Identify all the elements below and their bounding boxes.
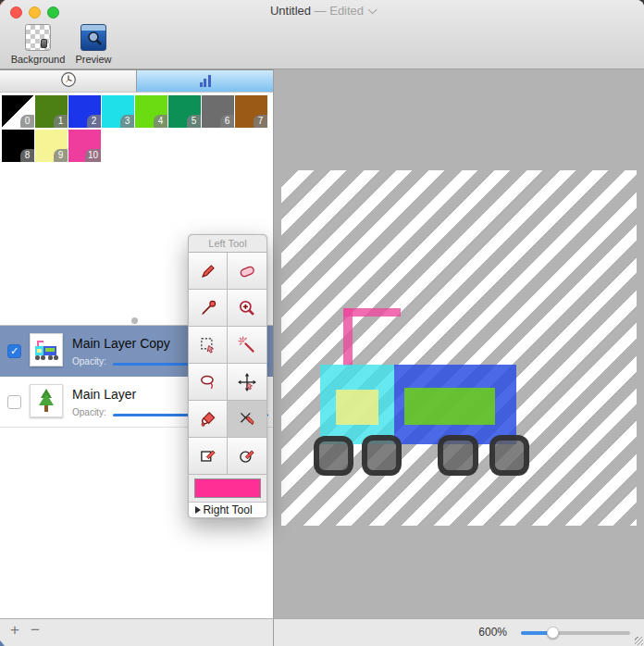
select-rect-tool[interactable]	[189, 327, 228, 364]
preview-icon	[80, 24, 106, 51]
color-swatch-2[interactable]: 2	[68, 95, 101, 128]
opacity-label: Opacity:	[72, 356, 106, 366]
magic-wand-tool[interactable]	[228, 327, 266, 364]
swatch-index-badge: 1	[54, 115, 68, 128]
color-well-section	[189, 475, 266, 502]
train-antenna-vertical	[343, 308, 353, 366]
preview-label: Preview	[75, 54, 111, 65]
background-label: Background	[11, 54, 66, 65]
canvas-pane[interactable]	[274, 69, 644, 618]
layer-visibility-checkbox[interactable]	[7, 344, 21, 358]
window-resize-grip[interactable]	[635, 637, 643, 645]
titlebar-toolbar: Untitled — Edited Background Preview	[0, 0, 644, 69]
color-swatch-1[interactable]: 1	[35, 95, 68, 128]
swatch-index-badge: 0	[20, 115, 34, 128]
move-tool[interactable]	[228, 364, 266, 401]
layer-visibility-checkbox[interactable]	[7, 395, 21, 409]
color-swatch-7[interactable]: 7	[235, 95, 267, 128]
swatch-index-badge: 5	[187, 115, 201, 128]
panel-tab-bar	[0, 69, 273, 93]
ellipse-shape-tool[interactable]	[228, 438, 266, 475]
bar-chart-icon	[200, 75, 211, 87]
line-icon	[237, 409, 257, 429]
color-swatch-8[interactable]: 8	[2, 130, 34, 162]
magic-wand-icon	[237, 335, 257, 355]
zoom-slider[interactable]	[521, 631, 630, 635]
clock-icon	[60, 71, 77, 92]
train-body-window	[404, 388, 495, 425]
color-swatch-5[interactable]: 5	[168, 95, 201, 128]
eraser-tool[interactable]	[228, 253, 266, 290]
disclosure-triangle-icon	[195, 506, 201, 514]
pixel-artwork[interactable]	[281, 170, 637, 526]
color-swatch-3[interactable]: 3	[102, 95, 134, 128]
train-wheel-1	[314, 436, 353, 476]
lasso-tool[interactable]	[189, 364, 228, 401]
background-toolbar-button[interactable]: Background	[7, 24, 68, 65]
lasso-icon	[198, 372, 218, 392]
zoom-footer: 600%	[274, 619, 644, 646]
left-panel: 012345678910 Main Layer	[0, 69, 274, 618]
zoom-level-label: 600%	[478, 626, 507, 639]
eyedropper-icon	[198, 298, 218, 318]
remove-layer-button[interactable]: −	[26, 621, 44, 640]
rect-shape-tool[interactable]	[189, 438, 228, 475]
move-icon	[237, 372, 257, 392]
chevron-down-icon[interactable]	[368, 5, 378, 14]
eraser-icon	[237, 261, 257, 281]
layer-list-footer: + −	[0, 619, 274, 646]
swatch-index-badge: 7	[254, 115, 267, 128]
preview-toolbar-button[interactable]: Preview	[70, 24, 117, 65]
swatch-index-badge: 10	[85, 149, 101, 162]
train-wheel-3	[438, 435, 478, 476]
color-swatch-4[interactable]: 4	[135, 95, 167, 128]
window-title: Untitled — Edited	[0, 4, 644, 18]
current-color-well[interactable]	[194, 478, 261, 498]
train-wheel-2	[362, 435, 402, 476]
color-swatch-0[interactable]: 0	[2, 95, 34, 128]
layer-name: Main Layer Copy	[72, 336, 170, 351]
swatch-index-badge: 2	[87, 115, 101, 128]
rectangle-icon	[198, 446, 218, 466]
train-cab-window	[336, 390, 378, 425]
zoom-tool[interactable]	[228, 290, 266, 327]
layer-name: Main Layer	[72, 387, 136, 402]
layer-thumbnail-train	[30, 333, 63, 366]
tool-grid	[189, 252, 266, 475]
rect-select-icon	[198, 335, 218, 355]
swatch-index-badge: 4	[154, 115, 167, 128]
splitter-handle[interactable]	[131, 317, 138, 324]
right-tool-label: Right Tool	[203, 503, 252, 516]
edited-status: — Edited	[315, 4, 364, 18]
swatch-index-badge: 9	[54, 149, 68, 162]
pencil-icon	[198, 261, 218, 281]
app-window: Untitled — Edited Background Preview	[0, 0, 644, 646]
tool-palette-window: Left Tool Right Tool	[188, 234, 267, 518]
train-antenna-horizontal	[343, 308, 401, 317]
pencil-tool[interactable]	[189, 253, 228, 290]
color-swatch-9[interactable]: 9	[35, 130, 68, 162]
tab-palette[interactable]	[137, 70, 273, 92]
status-bar: + − 600%	[0, 618, 644, 646]
line-tool[interactable]	[228, 401, 266, 438]
fill-tool[interactable]	[189, 401, 228, 438]
zoom-icon	[237, 298, 257, 318]
color-swatch-10[interactable]: 10	[68, 130, 101, 162]
swatch-index-badge: 8	[20, 149, 34, 162]
swatch-index-badge: 3	[120, 115, 134, 128]
document-title: Untitled	[270, 4, 311, 18]
color-swatch-6[interactable]: 6	[202, 95, 234, 128]
eyedropper-tool[interactable]	[189, 290, 228, 327]
swatch-index-badge: 6	[220, 115, 234, 128]
color-swatch-grid: 012345678910	[2, 95, 272, 164]
add-layer-button[interactable]: +	[6, 621, 24, 640]
tool-palette-title: Left Tool	[189, 235, 266, 252]
zoom-slider-thumb[interactable]	[547, 627, 559, 639]
layer-thumbnail-tree	[30, 384, 63, 417]
fill-icon	[198, 409, 218, 429]
tab-history[interactable]	[0, 70, 137, 92]
opacity-label: Opacity:	[72, 407, 106, 417]
ellipse-icon	[237, 446, 257, 466]
train-wheel-4	[489, 435, 529, 476]
right-tool-disclosure[interactable]: Right Tool	[189, 502, 266, 517]
